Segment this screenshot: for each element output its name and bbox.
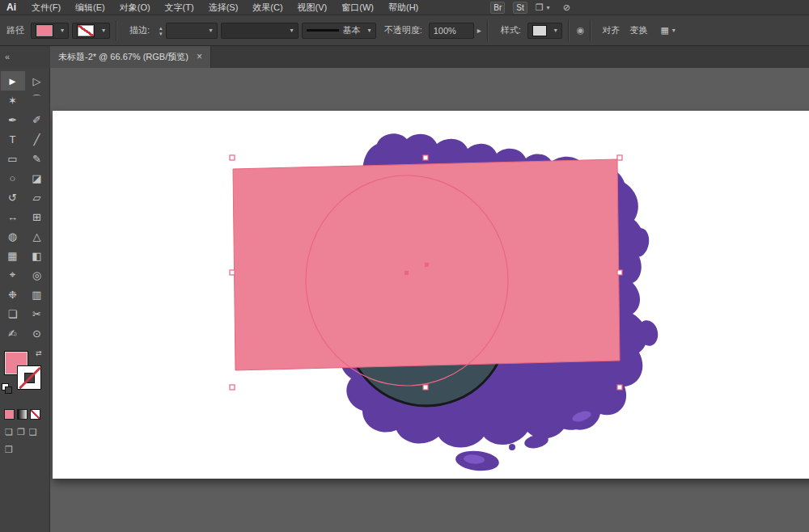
line-segment-tool[interactable]: ╱ — [25, 129, 49, 149]
free-transform-tool[interactable]: ⊞ — [25, 207, 49, 226]
stroke-proxy-swatch[interactable] — [17, 365, 41, 390]
gradient-tool[interactable]: ◧ — [25, 246, 49, 265]
tools-grid: ► ▷ ✶ ⌒ ✒ ✐ T ╱ ▭ ✎ ○ ◪ ↺ ▱ ↔ ⊞ ◍ △ ▦ ◧ … — [0, 68, 49, 343]
screen-mode-row: ❒ — [0, 445, 49, 455]
opacity-label: 不透明度: — [384, 24, 422, 36]
symbol-sprayer-tool[interactable]: ❉ — [1, 285, 25, 304]
type-tool[interactable]: T — [1, 129, 25, 149]
style-dropdown-icon[interactable]: ▾ — [554, 27, 557, 34]
width-profile-dropdown[interactable]: ▾ — [221, 23, 299, 39]
fill-dropdown-icon[interactable]: ▾ — [61, 27, 64, 34]
brush-definition-dropdown[interactable]: 基本 ▾ — [302, 23, 376, 39]
menu-edit[interactable]: 编辑(E) — [68, 0, 112, 15]
bridge-button[interactable]: Br — [490, 2, 505, 14]
artboard-tool[interactable]: ❏ — [1, 304, 25, 323]
transform-button[interactable]: 变换 — [629, 24, 647, 36]
transform-panel-dropdown-icon[interactable]: ▾ — [672, 27, 676, 34]
workspace-switcher-icon[interactable]: ❐ — [536, 2, 544, 13]
default-fill-stroke-icon[interactable] — [2, 383, 11, 393]
brush-stroke-preview — [307, 29, 339, 32]
app-logo: Ai — [6, 2, 16, 13]
direct-selection-tool[interactable]: ▷ — [25, 71, 49, 91]
draw-inside-icon[interactable]: ❑ — [29, 427, 37, 437]
menu-view[interactable]: 视图(V) — [290, 0, 335, 15]
path-label: 路径 — [6, 24, 24, 36]
menu-window[interactable]: 窗口(W) — [334, 0, 381, 15]
ellipse-tool[interactable]: ○ — [1, 168, 25, 188]
divider — [590, 20, 591, 41]
menu-file[interactable]: 文件(F) — [24, 0, 68, 15]
document-tab-bar: « 未标题-2* @ 66.67% (RGB/预览) × — [0, 45, 809, 68]
align-button[interactable]: 对齐 — [602, 24, 620, 36]
recolor-artwork-icon[interactable]: ◉ — [577, 25, 585, 36]
draw-normal-icon[interactable]: ❏ — [5, 427, 13, 437]
screen-mode-icon[interactable]: ❒ — [5, 445, 13, 454]
menu-type[interactable]: 文字(T) — [158, 0, 201, 15]
draw-behind-icon[interactable]: ❐ — [17, 427, 25, 437]
stroke-weight-dropdown-icon[interactable]: ▾ — [210, 27, 213, 34]
menu-effect[interactable]: 效果(C) — [245, 0, 290, 15]
opacity-value: 100% — [434, 26, 456, 36]
stroke-weight-dropdown[interactable]: ▾ — [166, 23, 218, 39]
width-tool[interactable]: ↔ — [1, 207, 25, 226]
brush-dropdown-icon[interactable]: ▾ — [368, 27, 371, 34]
none-button[interactable] — [30, 409, 40, 420]
width-profile-dropdown-icon[interactable]: ▾ — [290, 27, 294, 34]
lasso-tool[interactable]: ⌒ — [25, 91, 49, 110]
artboard[interactable] — [53, 111, 809, 479]
menu-select[interactable]: 选择(S) — [201, 0, 246, 15]
pen-tool[interactable]: ✒ — [1, 110, 25, 129]
stepper-up-icon[interactable]: ▴ — [159, 25, 163, 31]
color-button[interactable] — [4, 409, 15, 420]
mesh-tool[interactable]: ▦ — [1, 246, 25, 265]
pencil-tool[interactable]: ✎ — [25, 149, 49, 168]
eyedropper-tool[interactable]: ⌖ — [1, 265, 25, 285]
canvas-area[interactable] — [50, 68, 809, 532]
menu-help[interactable]: 帮助(H) — [381, 0, 426, 15]
workspace-dropdown-icon[interactable]: ▾ — [547, 4, 550, 11]
blend-tool[interactable]: ◎ — [25, 265, 49, 285]
document-tab-title: 未标题-2* @ 66.67% (RGB/预览) — [58, 51, 188, 63]
style-swatch[interactable] — [532, 25, 547, 36]
shape-builder-tool[interactable]: ◍ — [1, 226, 25, 246]
divider — [116, 20, 117, 41]
stock-button[interactable]: St — [513, 2, 527, 14]
stroke-weight-stepper[interactable]: ▴ ▾ — [159, 25, 163, 36]
gradient-button[interactable] — [17, 409, 28, 420]
paintbrush-tool[interactable]: ✐ — [25, 110, 49, 129]
selection-tool[interactable]: ► — [1, 71, 25, 91]
style-dropdown[interactable]: ▾ — [527, 23, 562, 39]
fill-color-dropdown[interactable]: ▾ — [31, 23, 69, 39]
hand-tool[interactable]: ✍ — [1, 323, 25, 343]
eraser-tool[interactable]: ◪ — [25, 168, 49, 188]
tools-panel: ► ▷ ✶ ⌒ ✒ ✐ T ╱ ▭ ✎ ○ ◪ ↺ ▱ ↔ ⊞ ◍ △ ▦ ◧ … — [0, 68, 50, 532]
perspective-grid-tool[interactable]: △ — [25, 226, 49, 246]
tab-close-icon[interactable]: × — [197, 51, 202, 62]
stroke-color-dropdown[interactable]: ▾ — [72, 23, 110, 39]
rotate-tool[interactable]: ↺ — [1, 188, 25, 207]
scale-tool[interactable]: ▱ — [25, 188, 49, 207]
stroke-weight-label: 描边: — [129, 24, 150, 36]
fill-swatch[interactable] — [36, 24, 53, 37]
divider — [487, 20, 489, 41]
swap-fill-stroke-icon[interactable]: ⇄ — [36, 349, 42, 357]
panel-collapse-chevron[interactable]: « — [0, 45, 50, 68]
style-label: 样式: — [501, 24, 521, 36]
stroke-dropdown-icon[interactable]: ▾ — [102, 27, 105, 34]
menu-object[interactable]: 对象(O) — [112, 0, 158, 15]
opacity-popup-icon[interactable]: ▸ — [477, 26, 481, 35]
magic-wand-tool[interactable]: ✶ — [1, 91, 25, 110]
stepper-down-icon[interactable]: ▾ — [159, 31, 163, 36]
slice-tool[interactable]: ✂ — [25, 304, 49, 323]
zoom-tool[interactable]: ⊙ — [25, 323, 49, 343]
opacity-field[interactable]: 100% — [429, 23, 474, 39]
column-graph-tool[interactable]: ▥ — [25, 285, 49, 304]
transform-panel-icon[interactable]: ▦ — [660, 25, 668, 36]
rectangle-tool[interactable]: ▭ — [1, 149, 25, 168]
stroke-none-swatch[interactable] — [77, 24, 95, 37]
control-bar: 路径 ▾ ▾ 描边: ▴ ▾ ▾ ▾ 基本 ▾ 不透明度: 100% ▸ 样式:… — [0, 15, 809, 46]
paint-mode-row — [0, 409, 49, 420]
cs-live-icon[interactable]: ⊘ — [563, 2, 570, 13]
fill-stroke-indicator: ⇄ — [0, 349, 49, 403]
document-tab[interactable]: 未标题-2* @ 66.67% (RGB/预览) × — [50, 45, 211, 68]
